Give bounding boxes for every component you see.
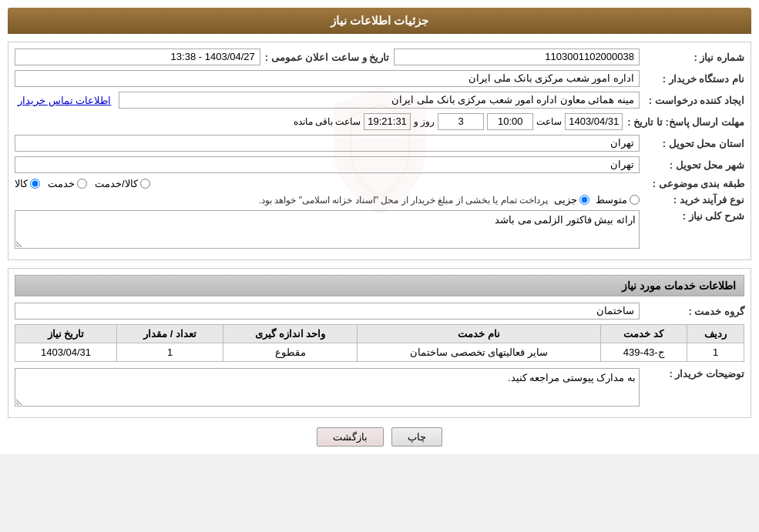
cell-kod: ج-43-439 bbox=[600, 343, 687, 362]
mohlat-label: مهلت ارسال پاسخ: تا تاریخ : bbox=[627, 116, 744, 128]
remaining-label: ساعت باقی مانده bbox=[294, 116, 361, 127]
tabaqe-label: طبقه بندی موضوعی : bbox=[644, 178, 744, 189]
radio-mottavasset-input[interactable] bbox=[630, 195, 640, 205]
tarikh-aelaan-value: 1403/04/27 - 13:38 bbox=[15, 49, 260, 65]
table-row: 1 ج-43-439 سایر فعالیتهای تخصصی ساختمان … bbox=[15, 343, 744, 362]
noee-note: پرداخت تمام یا بخشی از مبلغ خریدار از مح… bbox=[259, 195, 548, 206]
col-nam: نام خدمت bbox=[358, 325, 600, 343]
main-info-section: شماره نیاز : 1103001102000038 تاریخ و سا… bbox=[8, 42, 751, 260]
roz-value: 3 bbox=[438, 113, 484, 130]
col-kod: کد خدمت bbox=[600, 325, 687, 343]
radio-khedmat-label: خدمت bbox=[48, 178, 75, 189]
nam-dastgah-row: نام دستگاه خریدار : اداره امور شعب مرکزی… bbox=[15, 70, 744, 87]
sharh-textarea[interactable] bbox=[15, 210, 640, 249]
tozihat-row: توضیحات خریدار : bbox=[15, 368, 744, 407]
sharh-row: شرح کلی نیاز : bbox=[15, 210, 744, 249]
section2-title: اطلاعات خدمات مورد نیاز bbox=[15, 275, 744, 296]
tarikh-mohlat-value: 1403/04/31 bbox=[565, 113, 623, 130]
sharh-label: شرح کلی نیاز : bbox=[644, 210, 744, 222]
noee-row: نوع فرآیند خرید : متوسط جزیی پرداخت تمام… bbox=[15, 194, 744, 206]
mohlat-inline: 1403/04/31 ساعت 10:00 3 روز و 19:21:31 س… bbox=[15, 113, 623, 130]
shomara-label: شماره نیاز : bbox=[644, 52, 744, 63]
cell-nam: سایر فعالیتهای تخصصی ساختمان bbox=[358, 343, 600, 362]
col-tedad: تعداد / مقدار bbox=[117, 325, 223, 343]
tozihat-label: توضیحات خریدار : bbox=[644, 368, 744, 380]
col-vahed: واحد اندازه گیری bbox=[223, 325, 358, 343]
cell-vahed: مقطوع bbox=[223, 343, 358, 362]
cell-tarikh: 1403/04/31 bbox=[15, 343, 117, 362]
nam-dastgah-label: نام دستگاه خریدار : bbox=[644, 73, 744, 85]
radio-mottavasset: متوسط bbox=[596, 194, 640, 206]
radio-kala: کالا bbox=[15, 178, 40, 189]
radio-jozei: جزیی bbox=[554, 194, 589, 206]
tabaqe-radio-group: کالا/خدمت خدمت کالا bbox=[15, 178, 640, 189]
radio-kala-khedmat-input[interactable] bbox=[140, 179, 150, 189]
shomara-row: شماره نیاز : 1103001102000038 تاریخ و سا… bbox=[15, 49, 744, 65]
page-title: جزئیات اطلاعات نیاز bbox=[8, 8, 751, 34]
saat-value: 10:00 bbox=[487, 113, 533, 130]
shahr-row: شهر محل تحویل : تهران bbox=[15, 156, 744, 173]
cell-radif: 1 bbox=[687, 343, 744, 362]
shahr-label: شهر محل تحویل : bbox=[644, 159, 744, 171]
col-tarikh: تاریخ نیاز bbox=[15, 325, 117, 343]
ettelaat-tamas-link[interactable]: اطلاعات تماس خریدار bbox=[15, 93, 114, 108]
ijad-row: ایجاد کننده درخواست : مینه همائی معاون ا… bbox=[15, 92, 744, 109]
col-radif: ردیف bbox=[687, 325, 744, 343]
ostan-row: استان محل تحویل : تهران bbox=[15, 135, 744, 152]
tozihat-textarea[interactable] bbox=[15, 368, 640, 407]
radio-kala-khedmat: کالا/خدمت bbox=[95, 178, 150, 189]
radio-khedmat: خدمت bbox=[48, 178, 87, 189]
radio-mottavasset-label: متوسط bbox=[596, 194, 627, 206]
cell-tedad: 1 bbox=[117, 343, 223, 362]
grooh-value: ساختمان bbox=[15, 303, 640, 320]
button-bar: چاپ بازگشت bbox=[8, 427, 751, 447]
ijad-value: مینه همائی معاون اداره امور شعب مرکزی با… bbox=[119, 92, 640, 109]
ostan-value: تهران bbox=[15, 135, 640, 152]
tarikh-aelaan-label: تاریخ و ساعت اعلان عمومی : bbox=[265, 52, 389, 63]
grooh-label: گروه خدمت : bbox=[644, 306, 744, 317]
nam-dastgah-value: اداره امور شعب مرکزی بانک ملی ایران bbox=[15, 70, 640, 87]
print-button[interactable]: چاپ bbox=[391, 427, 442, 447]
services-table: ردیف کد خدمت نام خدمت واحد اندازه گیری ت… bbox=[15, 324, 744, 362]
ostan-label: استان محل تحویل : bbox=[644, 138, 744, 149]
roz-label: روز و bbox=[414, 116, 435, 127]
shomara-value: 1103001102000038 bbox=[394, 49, 640, 65]
noee-label: نوع فرآیند خرید : bbox=[644, 194, 744, 206]
grooh-row: گروه خدمت : ساختمان bbox=[15, 303, 744, 320]
radio-kala-input[interactable] bbox=[30, 179, 40, 189]
time-value: 19:21:31 bbox=[364, 113, 411, 130]
shahr-value: تهران bbox=[15, 156, 640, 173]
services-section: اطلاعات خدمات مورد نیاز گروه خدمت : ساخت… bbox=[8, 268, 751, 418]
radio-kala-khedmat-label: کالا/خدمت bbox=[95, 178, 138, 189]
radio-kala-label: کالا bbox=[15, 178, 28, 189]
mohlat-row: مهلت ارسال پاسخ: تا تاریخ : 1403/04/31 س… bbox=[15, 113, 744, 130]
saat-label: ساعت bbox=[536, 116, 562, 127]
process-row: متوسط جزیی پرداخت تمام یا بخشی از مبلغ خ… bbox=[15, 194, 640, 206]
radio-jozei-input[interactable] bbox=[579, 195, 589, 205]
radio-jozei-label: جزیی bbox=[554, 194, 577, 206]
radio-khedmat-input[interactable] bbox=[77, 179, 87, 189]
ijad-label: ایجاد کننده درخواست : bbox=[644, 95, 744, 106]
tabaqe-row: طبقه بندی موضوعی : کالا/خدمت خدمت کالا bbox=[15, 178, 744, 189]
back-button[interactable]: بازگشت bbox=[317, 427, 384, 447]
